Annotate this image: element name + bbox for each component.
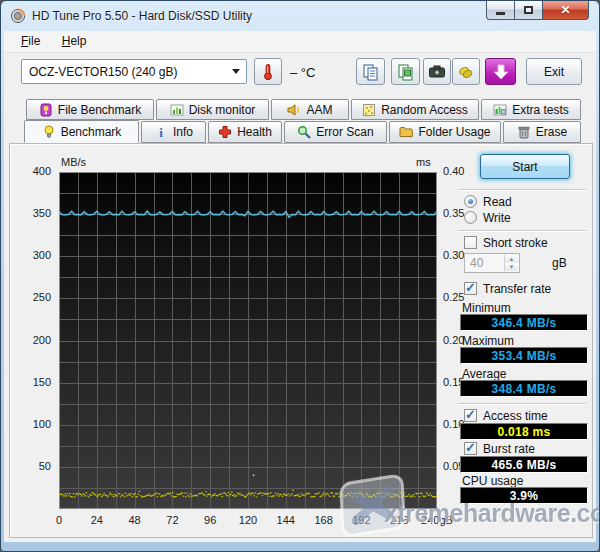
donate-button[interactable]: [452, 58, 480, 85]
tab-label: Disk monitor: [189, 103, 256, 117]
tab-info[interactable]: i Info: [141, 121, 206, 143]
y-axis-tick-left: 250: [10, 291, 51, 303]
short-stroke-size-value: 40: [470, 256, 483, 270]
window-title: HD Tune Pro 5.50 - Hard Disk/SSD Utility: [32, 9, 252, 23]
tab-disk-monitor[interactable]: Disk monitor: [156, 99, 269, 120]
control-panel: Start Read Write Short stroke 40: [452, 144, 592, 539]
spinner-down-icon[interactable]: ▼: [505, 263, 518, 271]
short-stroke-unit-label: gB: [552, 256, 567, 270]
tab-erase[interactable]: Erase: [503, 121, 581, 143]
client-area: File Help OCZ-VECTOR150 (240 gB) – °C: [4, 31, 596, 542]
x-axis-tick: 192: [352, 514, 370, 526]
tab-error-scan[interactable]: Error Scan: [284, 121, 387, 143]
tab-benchmark[interactable]: Benchmark: [24, 120, 139, 143]
x-axis-tick: 0: [56, 514, 62, 526]
benchmark-chart: [59, 172, 437, 509]
y-axis-tick-left: 50: [10, 460, 51, 472]
transfer-rate-checkbox[interactable]: [464, 282, 477, 295]
tab-label: Health: [237, 125, 272, 139]
x-axis-tick: 72: [166, 514, 178, 526]
average-label: Average: [462, 367, 506, 381]
tab-label: Error Scan: [316, 125, 373, 139]
copy-image-icon: [397, 63, 415, 81]
save-button[interactable]: [485, 58, 516, 85]
app-icon: [10, 8, 26, 24]
close-button[interactable]: ✕: [543, 1, 589, 20]
x-axis-tick: 96: [204, 514, 216, 526]
exit-button[interactable]: Exit: [526, 58, 582, 85]
random-access-icon: [362, 103, 376, 117]
tab-label: Random Access: [381, 103, 468, 117]
tab-label: Erase: [536, 125, 567, 139]
menu-help[interactable]: Help: [53, 31, 96, 51]
access-time-label: Access time: [483, 409, 548, 423]
folder-icon: [399, 125, 413, 139]
copy-image-button[interactable]: [391, 58, 420, 85]
tab-label: Folder Usage: [418, 125, 490, 139]
transfer-rate-row[interactable]: Transfer rate: [464, 281, 551, 296]
thermometer-icon: [259, 62, 277, 82]
health-cross-icon: [218, 125, 232, 139]
tab-folder-usage[interactable]: Folder Usage: [389, 121, 501, 143]
x-axis-tick: 120: [239, 514, 257, 526]
file-benchmark-icon: [39, 103, 53, 117]
drive-select-combobox[interactable]: OCZ-VECTOR150 (240 gB): [21, 59, 247, 84]
y-axis-tick-left: 150: [10, 376, 51, 388]
read-radio-row[interactable]: Read: [464, 194, 512, 209]
cpu-usage-label: CPU usage: [462, 474, 523, 488]
temperature-button[interactable]: [254, 58, 282, 85]
access-time-row[interactable]: Access time: [464, 408, 548, 423]
y-axis-tick-left: 300: [10, 249, 51, 261]
chevron-down-icon: [232, 69, 240, 74]
spinner-up-icon[interactable]: ▲: [505, 255, 518, 263]
short-stroke-label: Short stroke: [483, 236, 548, 250]
speaker-icon: [287, 103, 301, 117]
tab-label: Extra tests: [512, 103, 569, 117]
minimum-value: 346.4 MB/s: [460, 314, 588, 331]
tab-label: File Benchmark: [58, 103, 141, 117]
minimize-button[interactable]: [486, 1, 515, 20]
tab-extra-tests[interactable]: Extra tests: [481, 99, 581, 120]
minimum-label: Minimum: [462, 301, 511, 315]
menu-file[interactable]: File: [12, 31, 49, 51]
svg-text:i: i: [159, 125, 163, 139]
tab-aam[interactable]: AAM: [271, 99, 349, 120]
tab-file-benchmark[interactable]: File Benchmark: [26, 99, 154, 120]
maximize-button[interactable]: [515, 1, 543, 20]
separator: [458, 403, 586, 405]
start-button[interactable]: Start: [480, 154, 570, 179]
right-axis-unit: ms: [416, 156, 431, 168]
x-axis-tick: 216: [390, 514, 408, 526]
burst-rate-checkbox[interactable]: [464, 442, 477, 455]
short-stroke-row[interactable]: Short stroke: [464, 235, 548, 250]
tab-random-access[interactable]: Random Access: [351, 99, 479, 120]
copy-text-button[interactable]: [356, 58, 385, 85]
tab-health[interactable]: Health: [208, 121, 282, 143]
short-stroke-size-spinner[interactable]: 40 ▲▼: [464, 253, 520, 273]
read-radio[interactable]: [464, 195, 477, 208]
burst-rate-row[interactable]: Burst rate: [464, 441, 535, 456]
write-radio[interactable]: [464, 211, 477, 224]
title-bar[interactable]: HD Tune Pro 5.50 - Hard Disk/SSD Utility…: [1, 1, 599, 31]
minimize-icon: [496, 12, 505, 15]
trash-icon: [517, 125, 531, 139]
benchmark-lightbulb-icon: [42, 125, 56, 139]
x-axis-tick: 168: [314, 514, 332, 526]
write-radio-row[interactable]: Write: [464, 210, 511, 225]
write-radio-label: Write: [483, 211, 511, 225]
short-stroke-checkbox[interactable]: [464, 236, 477, 249]
tab-strip: File Benchmark Disk monitor AAM: [4, 98, 596, 143]
x-axis-tick: 240gB: [421, 514, 453, 526]
screenshot-button[interactable]: [423, 58, 451, 85]
extra-tests-icon: [493, 103, 507, 117]
disk-monitor-icon: [170, 103, 184, 117]
toolbar: OCZ-VECTOR150 (240 gB) – °C: [4, 54, 596, 98]
x-axis-tick: 144: [277, 514, 295, 526]
temperature-readout: – °C: [290, 65, 315, 80]
info-icon: i: [154, 125, 168, 139]
access-time-checkbox[interactable]: [464, 409, 477, 422]
burst-rate-label: Burst rate: [483, 442, 535, 456]
cpu-usage-value: 3.9%: [460, 487, 588, 504]
drive-select-value: OCZ-VECTOR150 (240 gB): [29, 65, 178, 79]
y-axis-tick-left: 100: [10, 418, 51, 430]
